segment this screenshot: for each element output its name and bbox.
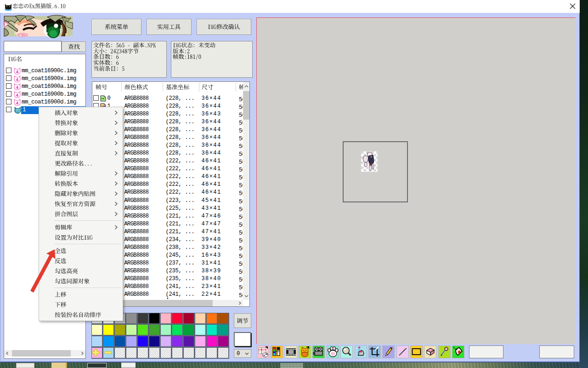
svg-text:4: 4 <box>16 84 19 89</box>
svg-text:4: 4 <box>16 76 19 81</box>
svg-text:4: 4 <box>16 100 19 105</box>
svg-text:4: 4 <box>16 69 19 74</box>
svg-text:4: 4 <box>16 92 19 97</box>
